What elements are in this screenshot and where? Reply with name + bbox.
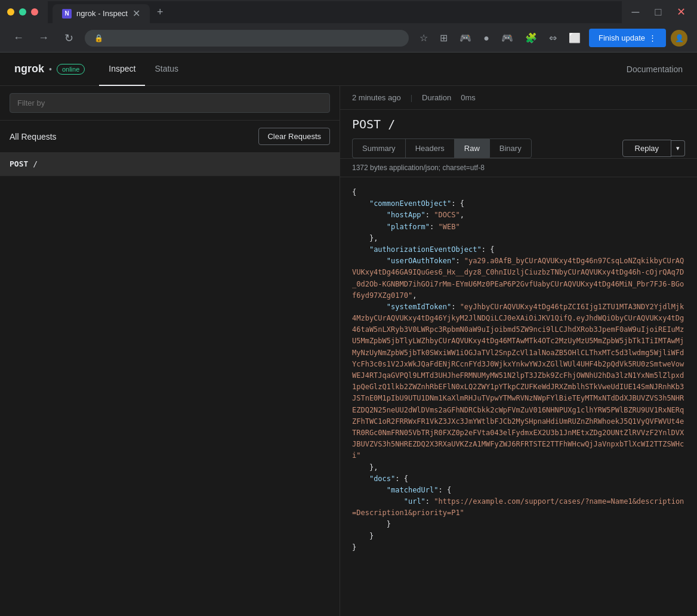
lock-icon: 🔒 [94, 34, 103, 42]
right-panel: 2 minutes ago | Duration 0ms POST / Summ… [340, 86, 697, 616]
all-requests-title: All Requests [10, 132, 57, 141]
documentation-link[interactable]: Documentation [627, 64, 683, 74]
request-path: / [33, 159, 38, 168]
profile-avatar[interactable]: 👤 [671, 30, 687, 47]
finish-update-button[interactable]: Finish update ⋮ [589, 29, 666, 47]
address-bar: ← → ↻ 🔒 localhost:4040/inspect/http ☆ ⊞ … [0, 24, 697, 53]
tab-binary[interactable]: Binary [489, 138, 532, 158]
logo-text: ngrok [14, 63, 44, 75]
request-list: POST / [0, 152, 340, 616]
json-content[interactable]: { "commonEventObject": { "hostApp": "DOC… [340, 177, 697, 616]
extension-icon-5[interactable]: 🧩 [522, 30, 541, 46]
request-item[interactable]: POST / [0, 152, 340, 176]
extension-icon-1[interactable]: ⊞ [436, 30, 451, 46]
app-nav: Inspect Status [99, 53, 188, 86]
sync-icon[interactable]: ⇔ [545, 30, 560, 46]
replay-button[interactable]: Replay [622, 140, 671, 157]
app: ngrok • online Inspect Status Documentat… [0, 53, 697, 616]
left-panel: All Requests Clear Requests POST / [0, 86, 340, 616]
window-close-icon[interactable]: ✕ [672, 3, 690, 21]
back-button[interactable]: ← [10, 29, 27, 47]
close-button[interactable] [31, 8, 38, 16]
forward-button[interactable]: → [35, 29, 53, 47]
browser-tab[interactable]: N ngrok - Inspect ✕ [53, 4, 150, 23]
url-bar[interactable]: 🔒 localhost:4040/inspect/http [85, 30, 409, 47]
request-timestamp: 2 minutes ago [352, 93, 401, 102]
browser-chrome: N ngrok - Inspect ✕ + ─ □ ✕ ← → ↻ 🔒 loca… [0, 0, 697, 53]
extension-icon-2[interactable]: 🎮 [456, 30, 475, 46]
duration-label: Duration [422, 93, 451, 102]
requests-header: All Requests Clear Requests [0, 121, 340, 152]
tab-title: ngrok - Inspect [76, 9, 128, 18]
finish-update-more-icon: ⋮ [649, 33, 656, 42]
url-input[interactable]: localhost:4040/inspect/http [108, 33, 399, 43]
request-title: POST / [340, 110, 697, 138]
window-restore-icon[interactable]: □ [649, 3, 667, 21]
extension-icon-4[interactable]: 🎮 [498, 30, 517, 46]
request-method: POST [10, 159, 28, 168]
tab-summary[interactable]: Summary [352, 138, 405, 158]
online-badge: online [57, 64, 85, 75]
replay-dropdown-button[interactable]: ▾ [671, 140, 685, 156]
title-bar: N ngrok - Inspect ✕ + ─ □ ✕ [0, 0, 697, 24]
content-meta: 1372 bytes application/json; charset=utf… [340, 159, 697, 177]
tabs-row: Summary Headers Raw Binary Replay ▾ [340, 138, 697, 159]
duration-value: 0ms [461, 93, 476, 102]
tab-headers[interactable]: Headers [405, 138, 454, 158]
filter-input[interactable] [10, 93, 330, 113]
app-logo: ngrok • online [14, 63, 85, 75]
nav-status[interactable]: Status [145, 53, 188, 86]
app-header: ngrok • online Inspect Status Documentat… [0, 53, 697, 86]
window-controls [7, 8, 38, 16]
new-tab-button[interactable]: + [150, 1, 171, 23]
nav-inspect[interactable]: Inspect [99, 53, 145, 86]
separator-dot: • [49, 64, 52, 74]
toolbar-right: ☆ ⊞ 🎮 ● 🎮 🧩 ⇔ ⬜ Finish update ⋮ 👤 [416, 29, 687, 47]
tab-favicon: N [62, 9, 72, 19]
sidebar-icon[interactable]: ⬜ [565, 30, 584, 46]
extension-icon-3[interactable]: ● [480, 30, 493, 46]
main-content: All Requests Clear Requests POST / 2 min… [0, 86, 697, 616]
tab-close-icon[interactable]: ✕ [132, 9, 140, 19]
minimize-button[interactable] [7, 8, 14, 16]
filter-bar [0, 86, 340, 121]
window-minimize-icon[interactable]: ─ [627, 3, 644, 21]
clear-requests-button[interactable]: Clear Requests [258, 128, 330, 145]
reload-button[interactable]: ↻ [60, 29, 78, 47]
tab-bar: N ngrok - Inspect ✕ + [48, 1, 622, 23]
request-meta: 2 minutes ago | Duration 0ms [340, 86, 697, 110]
finish-update-label: Finish update [599, 33, 645, 42]
json-pre: { "commonEventObject": { "hostApp": "DOC… [352, 187, 685, 553]
bookmark-icon[interactable]: ☆ [416, 30, 431, 46]
tab-raw[interactable]: Raw [454, 138, 489, 158]
meta-separator: | [411, 93, 412, 102]
maximize-button[interactable] [19, 8, 26, 16]
